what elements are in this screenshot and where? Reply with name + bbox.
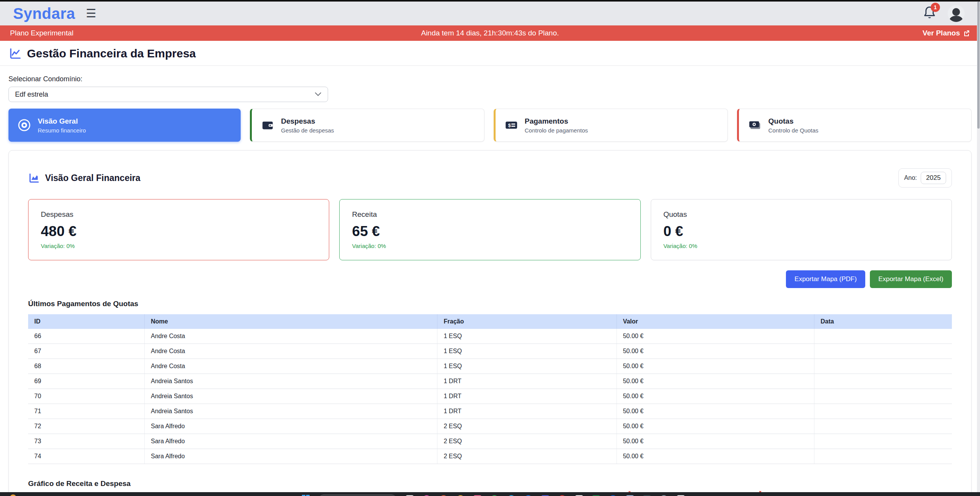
eye-icon <box>18 119 31 132</box>
tab-sublabel: Controlo de Quotas <box>768 127 818 134</box>
cell-nome: Andre Costa <box>144 344 437 359</box>
cell-id: 74 <box>28 449 144 464</box>
condo-select[interactable]: Edf estrela <box>8 87 328 102</box>
weather-sun-icon <box>10 494 16 496</box>
cell-valor: 50.00 € <box>616 404 814 419</box>
table-row: 66 Andre Costa 1 ESQ 50.00 € <box>28 329 952 344</box>
trial-plan-banner: Plano Experimental Ainda tem 14 dias, 21… <box>0 25 980 41</box>
plan-name-label: Plano Experimental <box>10 29 74 37</box>
taskbar-weather-widget[interactable]: 25°C <box>10 494 30 496</box>
col-header-id: ID <box>28 314 144 329</box>
table-row: 68 Andre Costa 1 ESQ 50.00 € <box>28 359 952 374</box>
notifications-button[interactable]: 1 <box>923 6 938 21</box>
cell-data <box>814 329 952 344</box>
external-link-icon <box>963 30 970 37</box>
cell-fracao: 1 DRT <box>437 404 616 419</box>
stat-label: Despesas <box>41 210 317 219</box>
tab-sublabel: Resumo financeiro <box>38 127 86 134</box>
condo-select-value: Edf estrela <box>15 90 48 99</box>
cell-nome: Andre Costa <box>144 329 437 344</box>
cell-valor: 50.00 € <box>616 344 814 359</box>
cell-nome: Sara Alfredo <box>144 449 437 464</box>
tab-label: Quotas <box>768 117 818 126</box>
cell-fracao: 2 ESQ <box>437 419 616 434</box>
avatar-body-shape <box>950 16 963 22</box>
stat-variation: Variação: 0% <box>352 243 628 249</box>
cell-id: 72 <box>28 419 144 434</box>
user-avatar[interactable] <box>948 5 965 22</box>
col-header-fracao: Fração <box>437 314 616 329</box>
cell-valor: 50.00 € <box>616 329 814 344</box>
tab-sublabel: Controlo de pagamentos <box>525 127 588 134</box>
cell-id: 70 <box>28 389 144 404</box>
scrollbar-thumb[interactable] <box>977 2 980 129</box>
stat-value: 65 € <box>352 223 628 240</box>
tab-quotas[interactable]: Quotas Controlo de Quotas <box>737 109 972 142</box>
cell-nome: Sara Alfredo <box>144 434 437 449</box>
cell-id: 71 <box>28 404 144 419</box>
stat-value: 0 € <box>663 223 939 240</box>
stat-cards: Despesas 480 € Variação: 0% Receita 65 €… <box>28 199 952 260</box>
cell-fracao: 1 DRT <box>437 374 616 389</box>
col-header-data: Data <box>814 314 952 329</box>
table-row: 70 Andreia Santos 1 DRT 50.00 € <box>28 389 952 404</box>
condo-select-label: Selecionar Condomínio: <box>8 75 972 83</box>
cell-data <box>814 449 952 464</box>
tab-visao-geral[interactable]: Visão Geral Resumo financeiro <box>8 109 241 142</box>
finance-tabs: Visão Geral Resumo financeiro Despesas G… <box>8 109 972 142</box>
header-divider <box>0 65 980 66</box>
cell-data <box>814 389 952 404</box>
card-title: Visão Geral Financeira <box>45 173 141 183</box>
table-row: 71 Andreia Santos 1 DRT 50.00 € <box>28 404 952 419</box>
table-row: 69 Andreia Santos 1 DRT 50.00 € <box>28 374 952 389</box>
cell-id: 67 <box>28 344 144 359</box>
avatar-head-shape <box>952 8 960 16</box>
view-plans-label: Ver Planos <box>923 29 960 37</box>
hamburger-menu-icon[interactable]: ☰ <box>86 8 96 19</box>
year-selector: Ano: <box>898 168 952 188</box>
export-excel-button[interactable]: Exportar Mapa (Excel) <box>870 270 952 288</box>
cell-id: 69 <box>28 374 144 389</box>
wallet-icon <box>261 119 274 132</box>
tab-pagamentos[interactable]: $ Pagamentos Controlo de pagamentos <box>494 109 728 142</box>
table-row: 67 Andre Costa 1 ESQ 50.00 € <box>28 344 952 359</box>
cell-nome: Sara Alfredo <box>144 419 437 434</box>
chevron-down-icon <box>315 92 322 97</box>
stat-label: Quotas <box>663 210 939 219</box>
plan-countdown: Ainda tem 14 dias, 21h:30m:43s do Plano. <box>421 29 559 37</box>
money-check-icon: $ <box>505 119 518 132</box>
col-header-nome: Nome <box>144 314 437 329</box>
cell-fracao: 1 ESQ <box>437 359 616 374</box>
tab-label: Visão Geral <box>38 117 86 126</box>
cell-data <box>814 374 952 389</box>
cell-valor: 50.00 € <box>616 449 814 464</box>
tab-despesas[interactable]: Despesas Gestão de despesas <box>250 109 484 142</box>
cell-data <box>814 404 952 419</box>
stat-quotas: Quotas 0 € Variação: 0% <box>651 199 952 260</box>
cell-valor: 50.00 € <box>616 359 814 374</box>
cash-icon <box>748 119 761 132</box>
cell-nome: Andreia Santos <box>144 374 437 389</box>
cell-data <box>814 434 952 449</box>
stat-variation: Variação: 0% <box>41 243 317 249</box>
year-label: Ano: <box>904 174 917 181</box>
os-taskbar: 25°C 14:39 <box>0 492 980 496</box>
cell-nome: Andreia Santos <box>144 404 437 419</box>
cell-data <box>814 359 952 374</box>
view-plans-link[interactable]: Ver Planos <box>923 29 970 37</box>
taskbar-search-input[interactable] <box>318 494 397 496</box>
table-row: 74 Sara Alfredo 2 ESQ 50.00 € <box>28 449 952 464</box>
page-scrollbar[interactable] <box>977 2 980 492</box>
cell-data <box>814 419 952 434</box>
app-logo[interactable]: Syndara <box>13 5 75 22</box>
cell-nome: Andre Costa <box>144 359 437 374</box>
stat-receita: Receita 65 € Variação: 0% <box>339 199 640 260</box>
year-input[interactable] <box>921 172 946 184</box>
col-header-valor: Valor <box>616 314 814 329</box>
screen: Syndara ☰ 1 Plano Experimental Ainda tem… <box>0 0 980 496</box>
table-header-row: ID Nome Fração Valor Data <box>28 314 952 329</box>
chart-area-icon <box>28 172 40 184</box>
table-row: 73 Sara Alfredo 2 ESQ 50.00 € <box>28 434 952 449</box>
overview-card: Visão Geral Financeira Ano: Despesas 480… <box>8 150 972 496</box>
export-pdf-button[interactable]: Exportar Mapa (PDF) <box>786 270 865 288</box>
